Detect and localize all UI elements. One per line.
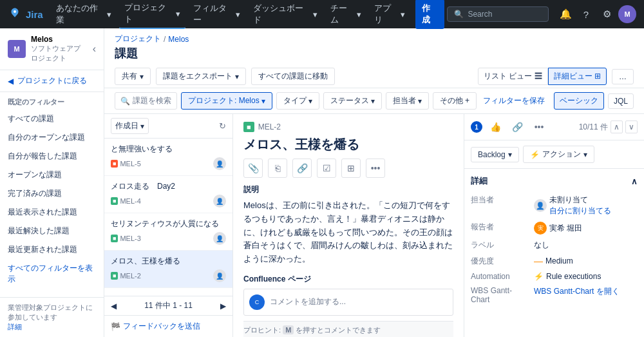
- list-item[interactable]: メロス、王様を燔る ■ MEL-2 👤: [104, 251, 232, 288]
- attach-icon[interactable]: 📎: [243, 159, 263, 178]
- sidebar-collapse-btn[interactable]: ‹: [93, 43, 96, 55]
- hint-key: M: [283, 325, 294, 334]
- wbs-value[interactable]: WBS Gantt-Chart を開く: [534, 286, 638, 297]
- share-icon[interactable]: 🔗: [508, 118, 526, 136]
- sidebar-item-open[interactable]: オープンな課題: [0, 166, 104, 184]
- wbs-label: WBS Gantt-Chart: [471, 286, 529, 304]
- sidebar-bottom-text: 業管理対象プロジェクトに参加しています 詳細: [0, 297, 104, 337]
- detail-view-btn[interactable]: 詳細ビュー ⊞: [548, 68, 607, 85]
- search-box[interactable]: 🔍 Search: [447, 6, 549, 22]
- sidebar-item-done[interactable]: 完了済みの課題: [0, 184, 104, 203]
- search-icon: 🔍: [454, 10, 464, 19]
- checklist-icon[interactable]: ☑: [317, 159, 336, 178]
- jql-mode-btn[interactable]: JQL: [608, 93, 634, 109]
- hint-text-prefix: プロヒント:: [243, 326, 283, 334]
- issue-type-badge: ■: [111, 197, 118, 205]
- priority-value: — Medium: [534, 256, 638, 266]
- backlog-dropdown-btn[interactable]: Backlog ▾: [471, 147, 519, 162]
- nav-apps[interactable]: アプリ ▾: [369, 0, 410, 28]
- more-filter-btn[interactable]: その他 +: [433, 92, 477, 110]
- list-item[interactable]: セリヌンティウスが人質になる ■ MEL-3 👤: [104, 213, 232, 251]
- project-filter-btn[interactable]: プロジェクト: Melos ▾: [181, 92, 272, 110]
- embed-icon[interactable]: ⊞: [341, 159, 361, 178]
- sidebar-item-recent-resolved[interactable]: 最近解決した課題: [0, 222, 104, 240]
- nav-your-work[interactable]: あなたの作業 ▾: [51, 0, 117, 28]
- issue-title: メロス走る Day2: [111, 181, 226, 192]
- nav-filters[interactable]: フィルター ▾: [188, 0, 246, 28]
- assignee-filter-btn[interactable]: 担当者 ▾: [386, 92, 429, 110]
- sidebar-item-all-issues[interactable]: すべての課題: [0, 110, 104, 128]
- status-filter-btn[interactable]: ステータス ▾: [323, 92, 382, 110]
- issue-type-badge: ■: [111, 160, 118, 168]
- show-all-filters-btn[interactable]: すべてのフィルターを表示: [0, 259, 104, 289]
- issue-key: ■ MEL-2: [111, 272, 141, 280]
- prev-issue-btn[interactable]: ∧: [611, 120, 623, 133]
- sort-button[interactable]: 作成日 ▾: [111, 118, 149, 134]
- jira-logo[interactable]: Jira: [8, 7, 43, 21]
- more-actions-icon[interactable]: •••: [366, 159, 385, 178]
- sidebar-item-recent-viewed[interactable]: 最近表示された課題: [0, 203, 104, 222]
- issue-detail-actions: 📎 ⎗ 🔗 ☑ ⊞ •••: [243, 159, 453, 178]
- sidebar-item-reported[interactable]: 自分が報告した課題: [0, 147, 104, 166]
- list-item[interactable]: と無理強いをする ■ MEL-5 👤: [104, 139, 232, 176]
- nav-teams[interactable]: チーム ▾: [325, 0, 366, 28]
- prev-page-btn[interactable]: ◀: [111, 302, 117, 311]
- confluence-section: Confluence ページ C コメントを追加する...: [243, 274, 453, 316]
- assign-to-me-link[interactable]: 自分に割り当てる: [549, 206, 611, 217]
- sidebar-item-my-open[interactable]: 自分のオープンな課題: [0, 128, 104, 147]
- action-dropdown-btn[interactable]: ⚡ アクション ▾: [523, 146, 594, 163]
- next-issue-btn[interactable]: ∨: [625, 120, 638, 133]
- watch-count-badge: 1: [471, 121, 482, 133]
- refresh-button[interactable]: ↻: [219, 121, 226, 131]
- issue-items: と無理強いをする ■ MEL-5 👤 メロス走る Day2: [104, 139, 232, 296]
- export-button[interactable]: 課題をエクスポート ▾: [156, 68, 246, 85]
- back-to-project-btn[interactable]: ◀ プロジェクトに戻る: [0, 70, 104, 92]
- right-panel-topbar: 1 👍 🔗 ••• 10/11 件 ∧ ∨: [464, 114, 644, 140]
- breadcrumb-project[interactable]: プロジェクト: [115, 34, 161, 44]
- notifications-icon[interactable]: 🔔: [556, 5, 574, 23]
- project-name: Melos: [31, 35, 88, 44]
- description-label: 説明: [243, 184, 453, 195]
- sidebar-details-link[interactable]: 詳細: [8, 323, 22, 331]
- reporter-value: 実 実希 堀田: [534, 222, 638, 235]
- settings-icon[interactable]: ⚙: [598, 5, 616, 23]
- more-options-icon[interactable]: •••: [530, 118, 548, 136]
- assignee-row: 担当者 👤 未割り当て 自分に割り当てる: [471, 192, 638, 219]
- link-icon[interactable]: 🔗: [292, 159, 312, 178]
- collapse-details-icon[interactable]: ∧: [631, 177, 638, 186]
- more-options-button[interactable]: …: [612, 69, 634, 84]
- list-view-btn[interactable]: リスト ビュー ☰: [478, 68, 548, 85]
- chevron-down-icon: ▾: [371, 97, 375, 106]
- list-item[interactable]: メロス走る Day2 ■ MEL-4 👤: [104, 176, 232, 213]
- main-layout: M Melos ソフトウェアプロジェクト ‹ ◀ プロジェクトに戻る 既定のフィ…: [0, 28, 644, 337]
- thumbs-up-icon[interactable]: 👍: [486, 118, 504, 136]
- top-navigation: Jira あなたの作業 ▾ プロジェクト ▾ フィルター ▾ ダッシュボード ▾…: [0, 0, 644, 28]
- issue-key: ■ MEL-4: [111, 197, 141, 205]
- feedback-btn[interactable]: 🏁 フィードバックを送信: [104, 315, 232, 337]
- avatar: 👤: [213, 269, 226, 282]
- nav-dashboards[interactable]: ダッシュボード ▾: [248, 0, 322, 28]
- save-filter-btn[interactable]: フィルターを保存: [483, 95, 545, 106]
- next-page-btn[interactable]: ▶: [220, 302, 226, 311]
- link-child-icon[interactable]: ⎗: [268, 159, 287, 178]
- issue-title: セリヌンティウスが人質になる: [111, 218, 226, 229]
- help-icon[interactable]: ?: [577, 5, 595, 23]
- basic-mode-btn[interactable]: ベーシック: [554, 92, 604, 110]
- share-button[interactable]: 共有 ▾: [115, 68, 151, 85]
- hint-text-suffix: を押すとコメントできます: [296, 326, 381, 334]
- issue-list-header: 作成日 ▾ ↻: [104, 114, 232, 139]
- issue-type-badge: ■: [111, 272, 118, 280]
- nav-projects[interactable]: プロジェクト ▾: [119, 0, 185, 29]
- profile-icon[interactable]: M: [618, 5, 636, 23]
- type-filter-btn[interactable]: タイプ ▾: [276, 92, 319, 110]
- breadcrumb-melos[interactable]: Melos: [168, 35, 189, 44]
- create-button[interactable]: 作成: [415, 0, 445, 29]
- reporter-row: 報告者 実 実希 堀田: [471, 219, 638, 237]
- avatar: 👤: [213, 195, 226, 207]
- sidebar-item-recent-updated[interactable]: 最近更新された課題: [0, 240, 104, 259]
- issue-search[interactable]: 🔍 課題を検索: [115, 92, 177, 110]
- reporter-avatar: 実: [534, 222, 547, 235]
- details-section: 詳細 ∧ 担当者 👤 未割り当て 自分に割り当てる: [464, 169, 644, 313]
- move-all-button[interactable]: すべての課題に移動: [251, 68, 335, 85]
- add-confluence-page-btn[interactable]: C コメントを追加する...: [243, 289, 453, 316]
